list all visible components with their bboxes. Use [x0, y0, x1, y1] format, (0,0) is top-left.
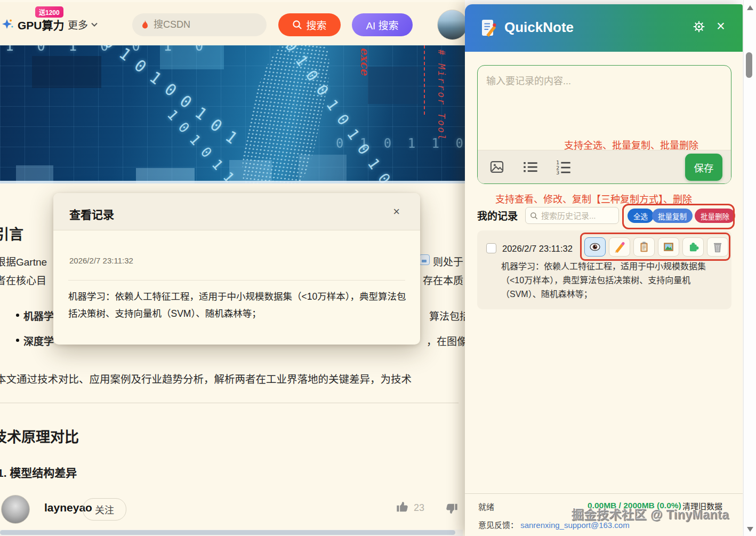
- record-item: 2026/2/7 23:11:32: [477, 230, 731, 309]
- article-bullet1-left: 机器学: [23, 308, 54, 323]
- article-line1-left: 根据Gartne: [0, 254, 47, 268]
- framed-picture-icon: [663, 241, 674, 253]
- panel-title: QuickNote: [504, 19, 574, 36]
- vertical-scrollbar[interactable]: [743, 0, 756, 536]
- article-paragraph: 本文通过技术对比、应用案例及行业趋势分析，解析两者在工业界落地的关键差异，为技术: [0, 371, 412, 386]
- article-bullet1-right: 算法包括: [429, 308, 465, 323]
- batch-delete-button[interactable]: 批量删除: [695, 209, 735, 223]
- chevron-down-icon: [91, 22, 98, 27]
- numbered-list-icon: 1 2 3: [556, 159, 572, 174]
- article-divider: [0, 403, 459, 403]
- site-logo-text[interactable]: GPU算力: [18, 17, 65, 33]
- copy-markdown-button[interactable]: [682, 237, 704, 257]
- site-search-box[interactable]: [132, 13, 267, 36]
- banner-code-label: exce: [358, 47, 372, 75]
- screenshot-stage: GPU算力 送1200 更多 搜索: [0, 0, 756, 536]
- select-all-button[interactable]: 全选: [628, 209, 654, 223]
- nav-more-label: 更多: [68, 17, 88, 31]
- author-avatar[interactable]: [1, 495, 30, 524]
- modal-close-button[interactable]: ×: [393, 205, 400, 219]
- horizontal-scrollbar[interactable]: [0, 530, 463, 536]
- gear-icon: [691, 19, 706, 34]
- article-bullet2-right: ，在图像: [427, 333, 465, 348]
- modal-record-content: 机器学习：依赖人工特征工程，适用于中小规模数据集（<10万样本），典型算法包括决…: [68, 288, 409, 323]
- view-record-modal: 查看记录 × 2026/2/7 23:11:32 机器学习：依赖人工特征工程，适…: [53, 193, 420, 345]
- delete-record-button[interactable]: [707, 237, 728, 257]
- batch-copy-button[interactable]: 批量复制: [652, 209, 693, 223]
- svg-text:3: 3: [556, 170, 559, 174]
- copy-text-button[interactable]: [633, 237, 655, 257]
- view-record-button[interactable]: [584, 237, 606, 257]
- eye-icon: [589, 241, 601, 253]
- my-records-title: 我的记录: [477, 208, 518, 222]
- inline-image-icon: [419, 254, 430, 265]
- search-button[interactable]: 搜索: [278, 13, 341, 36]
- bullet-list-button[interactable]: [522, 159, 538, 176]
- scrollbar-up-arrow[interactable]: [747, 5, 753, 10]
- banner-bottom-strip: [0, 181, 465, 183]
- article-intro-heading: 引言: [0, 223, 23, 244]
- banner-dashed-line: [424, 45, 425, 115]
- article-section-heading: 技术原理对比: [0, 426, 79, 446]
- user-avatar[interactable]: [437, 10, 465, 40]
- flame-icon: [141, 20, 149, 30]
- article-line2-left: 者在核心目: [0, 273, 46, 287]
- follow-button-label: 关注: [95, 505, 114, 516]
- bullet-dot: [16, 339, 19, 342]
- promo-badge: 送1200: [35, 6, 63, 18]
- puzzle-icon: [687, 241, 699, 253]
- panel-close-button[interactable]: ×: [717, 18, 725, 35]
- edit-record-button[interactable]: [609, 237, 630, 257]
- article-subsection-heading: 1. 模型结构差异: [0, 464, 77, 480]
- thumbs-down-icon: [444, 501, 459, 516]
- sparkle-icon: [2, 18, 15, 31]
- like-count: 23: [414, 502, 424, 514]
- trash-icon: [712, 241, 723, 253]
- follow-button[interactable]: 关注: [83, 498, 126, 521]
- site-search-input[interactable]: [154, 19, 250, 30]
- bullet-dot: [16, 314, 19, 317]
- banner-square: [368, 67, 419, 104]
- quicknote-logo-icon: [479, 18, 498, 39]
- save-note-button[interactable]: 保存: [685, 154, 722, 181]
- thumbs-down-button[interactable]: [444, 501, 459, 518]
- record-date: 2026/2/7 23:11:32: [502, 244, 573, 254]
- modal-divider: [68, 280, 405, 281]
- watermark-text: 掘金技术社区 @ TinyManta: [572, 505, 742, 523]
- nav-more-menu[interactable]: 更多: [68, 17, 98, 31]
- article-line2-right: 存在本质: [423, 273, 463, 287]
- ai-search-button[interactable]: AI 搜索: [352, 13, 413, 36]
- banner-square: [32, 56, 101, 88]
- copy-image-button[interactable]: [658, 237, 679, 257]
- ai-search-label: AI 搜索: [366, 18, 398, 32]
- settings-button[interactable]: [691, 19, 706, 36]
- site-logo-icon[interactable]: [2, 18, 15, 33]
- bullet-list-icon: [522, 159, 538, 174]
- banner-code-label-vertical: # Mirror Tool: [436, 50, 447, 141]
- history-search-box[interactable]: [525, 207, 619, 224]
- annotation-record-text: 支持查看、修改、复制【三种复制方式】、删除: [495, 191, 692, 205]
- insert-image-button[interactable]: [489, 159, 504, 176]
- record-checkbox[interactable]: [486, 243, 496, 253]
- history-search-input[interactable]: [541, 211, 610, 220]
- scrollbar-down-arrow[interactable]: [747, 527, 753, 532]
- magnifier-icon: [292, 20, 302, 30]
- note-compose-card: 1 2 3 保存: [477, 65, 731, 184]
- horizontal-scrollbar-thumb[interactable]: [0, 530, 455, 535]
- search-button-label: 搜索: [306, 18, 326, 32]
- thumbs-up-button[interactable]: [396, 499, 411, 516]
- top-navbar: GPU算力 送1200 更多 搜索: [0, 2, 465, 45]
- vertical-scrollbar-thumb[interactable]: [746, 52, 752, 78]
- feedback-label: 意见反馈：: [478, 521, 518, 530]
- numbered-list-button[interactable]: 1 2 3: [556, 159, 572, 176]
- quicknote-panel: QuickNote ×: [465, 0, 743, 536]
- annotation-batch-text: 支持全选、批量复制、批量删除: [564, 138, 698, 151]
- status-text: 就绪: [478, 501, 494, 512]
- image-icon: [489, 159, 504, 174]
- magnifier-icon: [530, 212, 538, 220]
- compose-toolbar: 1 2 3 保存: [478, 150, 731, 183]
- pencil-icon: [614, 241, 625, 253]
- note-input[interactable]: [486, 73, 721, 142]
- modal-title: 查看记录: [69, 206, 114, 222]
- banner-binary-text: 1 0 1 0 0 1 0: [5, 45, 211, 54]
